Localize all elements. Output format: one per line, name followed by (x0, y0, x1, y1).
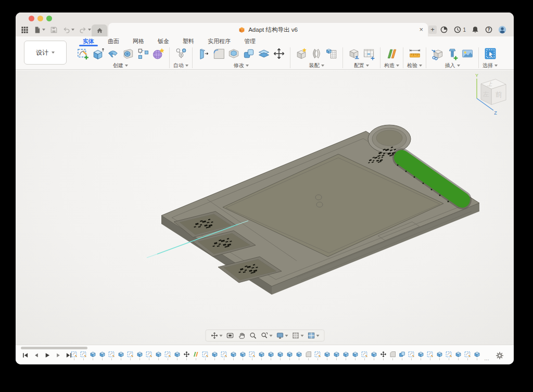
display-settings-button[interactable] (275, 331, 289, 340)
3d-viewport[interactable]: Y Z 上 左 前 (16, 70, 514, 345)
timeline-feature-sketch[interactable] (127, 351, 134, 360)
play-button[interactable] (44, 352, 50, 359)
select-button[interactable] (483, 46, 498, 61)
help-button[interactable]: ? (485, 26, 493, 34)
form-button[interactable] (151, 46, 166, 61)
ribbon-tab-2[interactable]: 曲面 (101, 37, 126, 46)
timeline-feature-move[interactable] (183, 351, 190, 360)
timeline-feature-extrude[interactable] (174, 351, 181, 360)
press-pull-button[interactable] (196, 46, 211, 61)
timeline-scrollbar[interactable] (21, 347, 87, 349)
construct-plane-button[interactable] (385, 46, 399, 61)
timeline-feature-extrude[interactable] (455, 351, 462, 360)
step-forward-button[interactable] (55, 352, 61, 359)
fillet-button[interactable] (211, 46, 226, 61)
ribbon-tab-4[interactable]: 钣金 (151, 37, 176, 46)
timeline-feature-sketch[interactable] (361, 351, 368, 360)
zoom-window-button[interactable] (46, 16, 52, 21)
redo-button[interactable] (79, 26, 91, 34)
timeline-feature-sketch[interactable] (202, 351, 209, 360)
configuration-button[interactable] (347, 46, 361, 61)
timeline-feature-sketch[interactable] (427, 351, 434, 360)
group-label[interactable]: 检验 (407, 62, 422, 69)
file-new-button[interactable] (33, 26, 45, 34)
timeline-feature-extrude[interactable] (211, 351, 218, 360)
group-label[interactable]: 修改 (234, 62, 249, 69)
timeline-feature-sketch[interactable] (408, 351, 415, 360)
measure-button[interactable] (408, 46, 422, 61)
timeline-feature-sketch[interactable] (221, 351, 227, 360)
job-status-button[interactable]: 1 (453, 26, 466, 34)
timeline-feature-sketch[interactable] (80, 351, 87, 360)
timeline-feature-extrude[interactable] (417, 351, 424, 360)
timeline-feature-extrude[interactable] (239, 351, 246, 360)
new-document-button[interactable]: + (428, 26, 437, 34)
skip-start-button[interactable] (22, 352, 29, 359)
timeline-feature-sketch[interactable] (146, 351, 153, 360)
app-grid-button[interactable] (21, 26, 29, 34)
timeline-feature-extrude[interactable] (342, 351, 349, 360)
timeline-feature-sketch[interactable] (71, 351, 78, 360)
insert-fastener-button[interactable] (445, 46, 460, 61)
timeline-feature-extrude[interactable] (324, 351, 331, 360)
revolve-button[interactable] (106, 46, 120, 61)
viewcube[interactable]: Y Z 上 左 前 (468, 72, 512, 118)
timeline-feature-extrude[interactable] (99, 351, 106, 360)
timeline-feature-fillet[interactable] (389, 351, 396, 360)
ribbon-tab-6[interactable]: 实用程序 (201, 37, 237, 46)
home-tab[interactable] (92, 24, 107, 36)
pan-button[interactable] (236, 331, 246, 340)
timeline-feature-sketch[interactable] (164, 351, 171, 360)
group-label[interactable]: 装配 (309, 62, 324, 69)
configuration-table-button[interactable] (362, 46, 376, 61)
cad-model[interactable] (16, 70, 514, 345)
timeline-feature-sketch[interactable] (314, 351, 321, 360)
timeline-feature-extrude[interactable] (230, 351, 237, 360)
split-button[interactable] (257, 46, 271, 61)
group-label[interactable]: 构造 (384, 62, 399, 69)
timeline-feature-extrude[interactable] (296, 351, 302, 360)
timeline-feature-extrude[interactable] (268, 351, 274, 360)
move-button[interactable] (272, 46, 286, 61)
group-label[interactable]: 选择 (483, 62, 498, 69)
group-label[interactable]: 创建 (113, 62, 128, 69)
document-tab[interactable]: Adapt 结构导出 v6 × (108, 23, 428, 36)
look-at-button[interactable] (225, 331, 235, 340)
ribbon-tab-3[interactable]: 网格 (126, 37, 151, 46)
timeline-feature-extrude[interactable] (352, 351, 359, 360)
timeline-feature-sketch[interactable] (446, 351, 452, 360)
grid-and-snaps-button[interactable] (290, 331, 304, 340)
group-label[interactable]: 插入 (445, 62, 460, 69)
create-sketch-button[interactable] (75, 46, 90, 61)
notifications-button[interactable] (471, 26, 479, 34)
rigid-group-button[interactable] (324, 46, 339, 61)
new-component-button[interactable] (294, 46, 309, 61)
hole-button[interactable] (121, 46, 135, 61)
minimize-window-button[interactable] (37, 16, 43, 21)
fit-button[interactable] (259, 331, 273, 340)
timeline-feature-extrude[interactable] (333, 351, 340, 360)
timeline-feature-extrude[interactable] (258, 351, 265, 360)
timeline-feature-extrude[interactable] (90, 351, 96, 360)
joint-button[interactable] (309, 46, 324, 61)
timeline-feature-move[interactable] (380, 351, 387, 360)
orbit-button[interactable] (209, 331, 223, 340)
group-label[interactable]: 自动 (173, 62, 188, 69)
timeline-feature-sketch[interactable] (249, 351, 256, 360)
combine-button[interactable] (242, 46, 256, 61)
pattern-button[interactable] (136, 46, 150, 61)
timeline-feature-combine[interactable] (399, 351, 405, 360)
timeline-feature-extrude[interactable] (436, 351, 443, 360)
ribbon-tab-5[interactable]: 塑料 (176, 37, 201, 46)
automate-button[interactable] (174, 46, 188, 61)
close-document-button[interactable]: × (419, 26, 423, 34)
timeline-settings-button[interactable] (496, 351, 504, 360)
extensions-button[interactable] (440, 26, 448, 34)
shell-button[interactable] (226, 46, 241, 61)
canvas-button[interactable] (460, 46, 475, 61)
step-back-button[interactable] (33, 352, 40, 359)
timeline-feature-extrude[interactable] (155, 351, 162, 360)
timeline-feature-extrude[interactable] (371, 351, 377, 360)
ribbon-tab-1[interactable]: 实体 (76, 37, 101, 46)
timeline-feature-fillet[interactable] (305, 351, 312, 360)
